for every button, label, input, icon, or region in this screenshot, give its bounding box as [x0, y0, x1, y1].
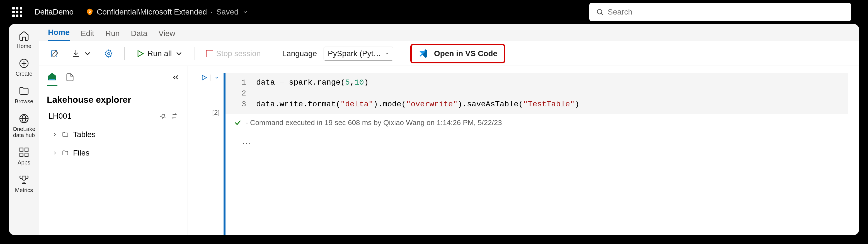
language-value: PySpark (Pytho... [328, 49, 382, 58]
tab-edit[interactable]: Edit [81, 26, 94, 41]
search-icon [596, 8, 604, 16]
sensitivity-label[interactable]: Confidential\Microsoft Extended [86, 7, 207, 17]
left-nav-rail: Home Create Browse OneLake data hub Apps… [9, 24, 39, 235]
checkmark-icon [234, 119, 242, 127]
search-box[interactable] [589, 3, 851, 21]
stop-icon [206, 50, 213, 57]
play-icon [200, 74, 208, 81]
folder-icon [61, 131, 69, 138]
play-icon [136, 49, 145, 58]
stop-session-label: Stop session [216, 49, 260, 58]
language-label: Language [282, 49, 317, 58]
status-text: - Command executed in 19 sec 608 ms by Q… [246, 118, 502, 127]
rail-create[interactable]: Create [9, 57, 39, 78]
chevron-down-icon[interactable] [214, 75, 220, 80]
open-in-vscode-button[interactable]: Open in VS Code [410, 44, 505, 63]
notebook-pencil-icon [50, 49, 59, 58]
code-text: ) [575, 100, 580, 109]
language-select[interactable]: PySpark (Pytho... [323, 47, 393, 61]
tree-label: Tables [73, 130, 96, 139]
chevron-double-left-icon [172, 73, 180, 82]
explorer-tab-lakehouse[interactable] [47, 70, 57, 86]
vscode-icon [418, 49, 428, 59]
stop-session-button[interactable]: Stop session [203, 47, 264, 60]
cell-more-menu[interactable]: ··· [225, 132, 848, 154]
lakehouse-icon [47, 72, 57, 82]
chevron-down-icon [243, 9, 248, 15]
tree-folder-tables[interactable]: Tables [47, 127, 180, 142]
swap-icon[interactable] [170, 112, 178, 120]
tab-view[interactable]: View [159, 26, 175, 41]
home-icon [19, 30, 30, 41]
chevron-right-icon [53, 132, 57, 137]
rail-browse[interactable]: Browse [9, 84, 39, 106]
svg-rect-0 [89, 12, 91, 13]
tab-home[interactable]: Home [48, 25, 70, 41]
download-icon [71, 49, 80, 58]
lakehouse-explorer-panel: Lakehouse explorer LH001 Tables Files [39, 66, 188, 235]
run-all-button[interactable]: Run all [133, 47, 186, 60]
folder-icon [19, 85, 30, 97]
line-number: 1 [234, 77, 246, 88]
run-all-label: Run all [148, 49, 172, 58]
code-text: , [350, 78, 354, 87]
shield-icon [86, 8, 94, 16]
svg-point-1 [597, 9, 602, 14]
code-text: "overwrite" [406, 100, 458, 109]
notebook-settings-button[interactable] [48, 47, 62, 60]
code-text: ).saveAsTable( [458, 100, 523, 109]
apps-icon [19, 146, 30, 158]
selected-lakehouse-name: LH001 [49, 112, 156, 120]
rail-metrics[interactable]: Metrics [9, 173, 39, 195]
rail-home[interactable]: Home [9, 29, 39, 51]
code-text: "delta" [340, 100, 373, 109]
lakehouse-selection[interactable]: LH001 [47, 109, 180, 124]
code-text: data.write.format( [256, 100, 340, 109]
pin-icon[interactable] [160, 113, 166, 119]
folder-icon [61, 150, 69, 156]
code-text: 5 [345, 78, 350, 87]
toolbar: Run all Stop session Language PySpark (P… [39, 41, 859, 66]
rail-label: Browse [15, 98, 33, 105]
rail-onelake[interactable]: OneLake data hub [9, 112, 39, 139]
line-number: 2 [234, 88, 246, 99]
collapse-panel-button[interactable] [172, 73, 180, 83]
sensitivity-text: Confidential\Microsoft Extended [97, 7, 207, 17]
rail-label: Home [17, 43, 31, 49]
vscode-button-label: Open in VS Code [434, 49, 497, 58]
svg-line-2 [601, 13, 603, 15]
save-status[interactable]: · Saved [210, 7, 248, 17]
code-text: data = spark.range( [256, 78, 345, 87]
ribbon-tabstrip: Home Edit Run Data View [39, 24, 859, 41]
chevron-down-icon [83, 49, 92, 58]
download-button[interactable] [68, 47, 95, 60]
code-text: 10 [354, 78, 364, 87]
tab-data[interactable]: Data [131, 26, 147, 41]
explorer-tab-files[interactable] [65, 71, 75, 85]
tree-label: Files [73, 148, 90, 158]
svg-rect-8 [25, 148, 28, 151]
onelake-icon [19, 113, 30, 124]
run-cell-button[interactable]: | [200, 73, 220, 82]
notebook-editor: | [2] 1 data = spark.range(5,10) 2 [188, 66, 859, 235]
chevron-down-icon [175, 49, 183, 58]
code-text: ) [364, 78, 369, 87]
gear-icon [104, 49, 113, 58]
chevron-down-icon [385, 51, 389, 56]
trophy-icon [19, 174, 30, 185]
svg-rect-9 [20, 153, 23, 156]
code-cell[interactable]: 1 data = spark.range(5,10) 2 3 data.writ… [223, 73, 848, 235]
tab-run[interactable]: Run [105, 26, 120, 41]
code-editor[interactable]: 1 data = spark.range(5,10) 2 3 data.writ… [225, 73, 848, 114]
explorer-title: Lakehouse explorer [47, 94, 180, 105]
search-input[interactable] [608, 7, 845, 17]
app-launcher[interactable] [12, 7, 22, 17]
file-icon [65, 73, 75, 82]
rail-apps[interactable]: Apps [9, 145, 39, 167]
svg-point-12 [107, 53, 110, 55]
cell-execution-count: [2] [212, 109, 220, 116]
rail-label: Create [16, 71, 32, 77]
settings-button[interactable] [101, 47, 116, 60]
tree-folder-files[interactable]: Files [47, 146, 180, 160]
svg-rect-10 [25, 153, 28, 156]
